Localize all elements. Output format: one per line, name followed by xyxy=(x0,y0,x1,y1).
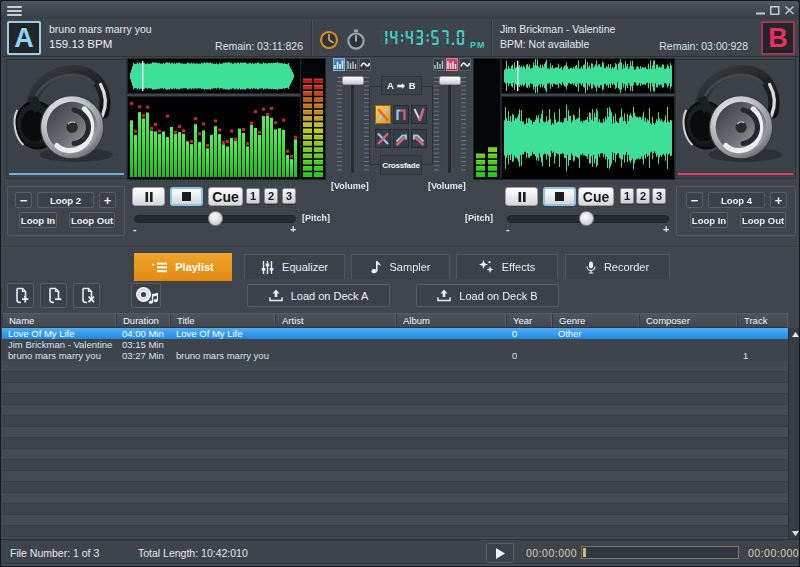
deck-a-loop-out[interactable]: Loop Out xyxy=(69,212,115,228)
crossfade-curve-5[interactable] xyxy=(393,129,409,148)
deck-b-volume-slider[interactable] xyxy=(432,73,468,177)
deck-b-bars-toggle[interactable] xyxy=(446,58,458,71)
cell: 0 xyxy=(506,328,552,339)
upload-icon xyxy=(437,289,451,302)
deck-b-loop-plus[interactable]: + xyxy=(770,192,787,208)
tab-effects[interactable]: Effects xyxy=(456,254,558,279)
deck-b-loop-out[interactable]: Loop Out xyxy=(740,212,786,228)
headphones-image xyxy=(680,64,792,168)
cell xyxy=(639,328,737,339)
deck-a-spectrum-toggle[interactable] xyxy=(333,58,345,71)
close-button[interactable] xyxy=(785,6,795,15)
playlist-progress-bar xyxy=(581,546,739,559)
playlist-row-1[interactable]: Love Of My Life04:00 MinLove Of My Life0… xyxy=(2,328,788,339)
digital-clock xyxy=(380,30,467,45)
deck-b-pitch-handle[interactable] xyxy=(579,211,594,226)
crossfade-curve-2[interactable] xyxy=(393,105,409,124)
clock-meridiem: PM xyxy=(470,40,486,50)
minimize-button[interactable] xyxy=(756,6,766,15)
deck-a-cue-button[interactable]: Cue xyxy=(208,187,243,206)
playlist-play-button[interactable] xyxy=(486,543,514,563)
deck-b-loop-in[interactable]: Loop In xyxy=(690,212,728,228)
deck-b-hotcue-2[interactable]: 2 xyxy=(636,188,650,204)
column-header-year[interactable]: Year xyxy=(506,314,552,327)
deck-a-pause-button[interactable] xyxy=(132,187,165,206)
deck-b-waveform[interactable] xyxy=(501,58,675,94)
cell: 03:15 Min xyxy=(116,339,170,350)
deck-b-badge: B xyxy=(761,21,795,55)
column-header-composer[interactable]: Composer xyxy=(639,314,737,327)
column-header-album[interactable]: Album xyxy=(396,314,506,327)
cell: 0 xyxy=(506,350,552,361)
column-header-title[interactable]: Title xyxy=(170,314,275,327)
deck-a-stop-button[interactable] xyxy=(170,187,203,206)
deck-a-wave-toggle[interactable] xyxy=(359,58,371,71)
deck-a-vu-meter xyxy=(300,58,326,180)
crossfade-curve-4[interactable] xyxy=(375,129,391,148)
cell xyxy=(170,339,275,350)
separator xyxy=(491,20,492,56)
ab-crossfade-button[interactable]: A ➡ B xyxy=(381,76,422,95)
column-header-artist[interactable]: Artist xyxy=(275,314,396,327)
sampler-icon xyxy=(371,260,382,274)
deck-b-pause-button[interactable] xyxy=(505,187,538,206)
column-header-genre[interactable]: Genre xyxy=(552,314,639,327)
playlist-row-2[interactable]: Jim Brickman - Valentine03:15 Min xyxy=(2,339,788,350)
tab-label: Effects xyxy=(502,261,535,273)
deck-a-bpm: 159.13 BPM xyxy=(49,38,112,50)
media-player-button[interactable] xyxy=(131,283,161,308)
cell: 04:00 Min xyxy=(116,328,170,339)
column-header-duration[interactable]: Duration xyxy=(116,314,170,327)
deck-a-volume-handle[interactable] xyxy=(342,76,364,85)
equalizer-icon xyxy=(261,261,274,274)
crossfade-curve-3[interactable] xyxy=(411,105,427,124)
deck-a-artwork-panel xyxy=(6,59,127,179)
load-deck-b-button[interactable]: Load on Deck B xyxy=(416,284,559,307)
deck-b-spectrum-toggle[interactable] xyxy=(433,58,445,71)
deck-b-hotcue-3[interactable]: 3 xyxy=(652,188,666,204)
deck-a-loop-plus[interactable]: + xyxy=(99,192,116,208)
playlist-row-3[interactable]: bruno mars marry you03:27 Minbruno mars … xyxy=(2,350,788,361)
deck-b-hotcue-1[interactable]: 1 xyxy=(620,188,634,204)
deck-a-hotcue-2[interactable]: 2 xyxy=(264,188,278,204)
deck-b-volume-handle[interactable] xyxy=(439,76,461,85)
deck-a-hotcue-1[interactable]: 1 xyxy=(246,188,260,204)
crossfade-curve-1[interactable] xyxy=(375,105,391,124)
deck-a-loop-in[interactable]: Loop In xyxy=(19,212,57,228)
stopwatch-icon[interactable] xyxy=(346,29,366,51)
cell xyxy=(639,350,737,361)
deck-b-cue-button[interactable]: Cue xyxy=(578,187,614,206)
deck-a-waveform[interactable] xyxy=(127,58,301,94)
deck-a-loop-minus[interactable]: − xyxy=(15,192,32,208)
clock-icon[interactable] xyxy=(319,30,339,50)
deck-a-hotcue-3[interactable]: 3 xyxy=(282,188,296,204)
deck-b-pitch-minus: - xyxy=(506,223,510,235)
deck-b-wave-toggle[interactable] xyxy=(459,58,471,71)
deck-a-volume-slider[interactable] xyxy=(335,73,371,177)
deck-a-badge: A xyxy=(7,21,41,55)
deck-a-bars-toggle[interactable] xyxy=(346,58,358,71)
menu-icon[interactable] xyxy=(7,6,22,17)
maximize-button[interactable] xyxy=(770,6,780,15)
column-header-name[interactable]: Name xyxy=(2,314,116,327)
deck-a-pitch-handle[interactable] xyxy=(208,211,223,226)
file-number: File Number: 1 of 3 xyxy=(10,547,99,559)
cell: 03:27 Min xyxy=(116,350,170,361)
deck-b-stop-button[interactable] xyxy=(543,187,576,206)
load-deck-a-button[interactable]: Load on Deck A xyxy=(247,284,390,307)
column-header-track[interactable]: Track xyxy=(737,314,788,327)
deck-b-pitch-plus: + xyxy=(663,223,669,235)
playlist-clear-button[interactable] xyxy=(73,283,100,308)
scroll-up-arrow[interactable] xyxy=(790,329,800,339)
tab-recorder[interactable]: Recorder xyxy=(565,254,670,279)
playlist-remove-button[interactable] xyxy=(40,283,67,308)
crossfade-group xyxy=(369,86,433,165)
tab-sampler[interactable]: Sampler xyxy=(351,254,450,279)
playlist-add-button[interactable] xyxy=(7,283,34,308)
vertical-scrollbar[interactable] xyxy=(788,328,800,539)
scroll-down-arrow[interactable] xyxy=(790,528,800,538)
tab-equalizer[interactable]: Equalizer xyxy=(244,254,345,279)
crossfade-curve-6[interactable] xyxy=(411,129,427,148)
tab-playlist[interactable]: Playlist xyxy=(134,253,232,281)
deck-b-loop-minus[interactable]: − xyxy=(686,192,703,208)
